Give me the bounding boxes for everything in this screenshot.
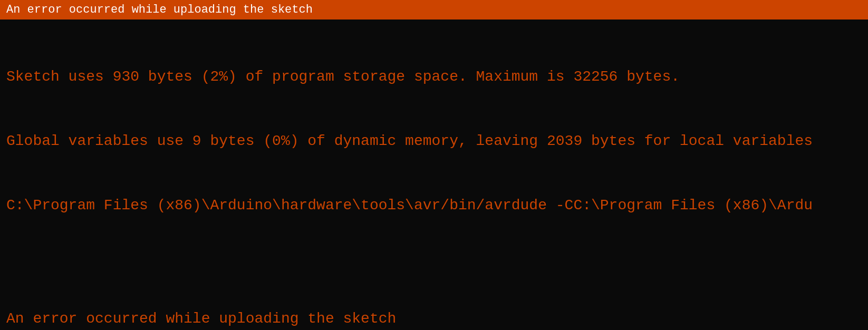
error-bar-top-text: An error occurred while uploading the sk… — [6, 3, 313, 16]
console-output: Sketch uses 930 bytes (2%) of program st… — [0, 20, 868, 330]
console-line-1: Sketch uses 930 bytes (2%) of program st… — [6, 66, 862, 88]
console-line-2: Global variables use 9 bytes (0%) of dyn… — [6, 131, 862, 152]
console-empty-1 — [6, 259, 862, 281]
error-bar-top: An error occurred while uploading the sk… — [0, 0, 868, 20]
console-line-3: C:\Program Files (x86)\Arduino\hardware\… — [6, 195, 862, 217]
error-bar-bottom: An error occurred while uploading the sk… — [0, 307, 868, 330]
error-bar-bottom-text: An error occurred while uploading the sk… — [6, 310, 396, 327]
